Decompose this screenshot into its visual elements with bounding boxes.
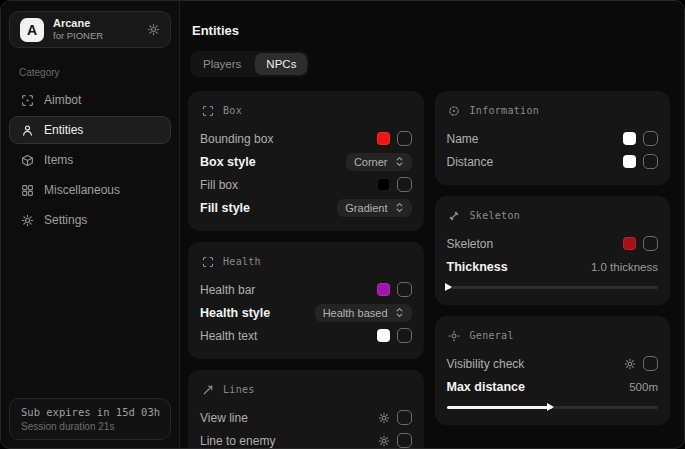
- sub-expires-text: Sub expires in 15d 03h: [21, 406, 159, 418]
- row-label: Line to enemy: [200, 434, 275, 448]
- checkbox[interactable]: [397, 410, 412, 425]
- lines-card: Lines View line: [188, 370, 424, 449]
- row-label: Distance: [447, 155, 494, 169]
- gear-icon[interactable]: [378, 435, 390, 447]
- slider-fill: [447, 406, 553, 409]
- row-label: Box style: [200, 155, 256, 169]
- checkbox[interactable]: [643, 131, 658, 146]
- brand-card: A Arcane for PIONER: [9, 11, 171, 48]
- diagonal-line-icon: [201, 383, 214, 396]
- sidebar-item-label: Settings: [44, 213, 87, 227]
- checkbox[interactable]: [643, 356, 658, 371]
- card-title: Lines: [223, 384, 255, 395]
- session-duration-text: Session duration 21s: [21, 421, 159, 432]
- checkbox[interactable]: [397, 328, 412, 343]
- sidebar-item-miscellaneous[interactable]: Miscellaneous: [9, 176, 171, 204]
- slider-handle[interactable]: [445, 283, 452, 291]
- sidebar-item-settings[interactable]: Settings: [9, 206, 171, 234]
- thickness-slider[interactable]: [447, 281, 659, 293]
- right-column: Information Name Distance: [435, 91, 671, 449]
- row-label: Health style: [200, 306, 270, 320]
- row-label: Bounding box: [200, 132, 273, 146]
- row-max-distance: Max distance 500m: [447, 375, 659, 398]
- color-swatch[interactable]: [377, 283, 390, 296]
- sidebar-item-label: Items: [44, 153, 73, 167]
- card-title: Skeleton: [470, 210, 521, 221]
- checkbox[interactable]: [397, 177, 412, 192]
- checkbox[interactable]: [397, 282, 412, 297]
- color-swatch[interactable]: [623, 155, 636, 168]
- health-card-header: Health: [201, 255, 412, 268]
- health-style-dropdown[interactable]: Health based: [315, 304, 412, 322]
- box-card-header: Box: [201, 104, 412, 117]
- color-swatch[interactable]: [377, 132, 390, 145]
- tab-players[interactable]: Players: [192, 53, 252, 75]
- app-window: A Arcane for PIONER Category: [0, 0, 685, 449]
- box-style-dropdown[interactable]: Corner: [346, 153, 412, 171]
- row-label: Health text: [200, 329, 257, 343]
- checkbox[interactable]: [397, 433, 412, 448]
- information-card-header: Information: [448, 104, 659, 117]
- sidebar-item-entities[interactable]: Entities: [9, 116, 171, 144]
- gear-icon[interactable]: [147, 23, 160, 36]
- sun-target-icon: [448, 329, 461, 342]
- app-title: Arcane: [53, 17, 103, 31]
- lines-card-header: Lines: [201, 383, 412, 396]
- card-title: General: [470, 330, 514, 341]
- information-card: Information Name Distance: [435, 91, 671, 185]
- row-health-bar: Health bar: [200, 278, 412, 301]
- sidebar-item-aimbot[interactable]: Aimbot: [9, 86, 171, 114]
- app-subtitle: for PIONER: [53, 30, 103, 42]
- color-swatch[interactable]: [623, 237, 636, 250]
- row-fill-box: Fill box: [200, 173, 412, 196]
- card-title: Box: [223, 105, 242, 116]
- info-scan-icon: [448, 104, 461, 117]
- color-swatch[interactable]: [377, 178, 390, 191]
- slider-track[interactable]: [447, 286, 659, 289]
- color-swatch[interactable]: [377, 329, 390, 342]
- crosshair-scan-icon: [20, 93, 34, 107]
- page-title: Entities: [192, 23, 670, 38]
- checkbox[interactable]: [397, 131, 412, 146]
- gear-icon[interactable]: [624, 358, 636, 370]
- gear-icon: [20, 213, 34, 227]
- dropdown-value: Corner: [354, 156, 388, 168]
- sidebar-item-label: Aimbot: [44, 93, 81, 107]
- slider-handle[interactable]: [547, 403, 554, 411]
- row-label: Thickness: [447, 260, 508, 274]
- tab-npcs[interactable]: NPCs: [255, 53, 307, 75]
- sidebar-nav: Aimbot Entities Items: [1, 86, 179, 234]
- row-visibility-check: Visibility check: [447, 352, 659, 375]
- fill-style-dropdown[interactable]: Gradient: [337, 199, 411, 217]
- general-card-header: General: [448, 329, 659, 342]
- row-line-to-enemy: Line to enemy: [200, 429, 412, 449]
- slider-track[interactable]: [447, 406, 659, 409]
- row-box-style: Box style Corner: [200, 150, 412, 173]
- color-swatch[interactable]: [623, 132, 636, 145]
- sidebar-item-label: Entities: [44, 123, 83, 137]
- sidebar-item-items[interactable]: Items: [9, 146, 171, 174]
- checkbox[interactable]: [643, 236, 658, 251]
- row-thickness: Thickness 1.0 thickness: [447, 255, 659, 278]
- selector-icon: [395, 156, 404, 167]
- subscription-card: Sub expires in 15d 03h Session duration …: [9, 398, 171, 440]
- row-fill-style: Fill style Gradient: [200, 196, 412, 219]
- max-distance-value: 500m: [629, 381, 658, 393]
- bone-icon: [448, 209, 461, 222]
- gear-icon[interactable]: [378, 412, 390, 424]
- row-health-style: Health style Health based: [200, 301, 412, 324]
- selector-icon: [395, 202, 404, 213]
- row-label: Health bar: [200, 283, 255, 297]
- max-distance-slider[interactable]: [447, 401, 659, 413]
- row-label: Name: [447, 132, 479, 146]
- row-bounding-box: Bounding box: [200, 127, 412, 150]
- box-card: Box Bounding box Box style Corner: [188, 91, 424, 231]
- card-title: Information: [470, 105, 540, 116]
- row-skeleton: Skeleton: [447, 232, 659, 255]
- skeleton-card-header: Skeleton: [448, 209, 659, 222]
- corner-brackets-icon: [201, 255, 214, 268]
- checkbox[interactable]: [643, 154, 658, 169]
- general-card: General Visibility check: [435, 316, 671, 425]
- grid-icon: [20, 183, 34, 197]
- dropdown-value: Gradient: [345, 202, 387, 214]
